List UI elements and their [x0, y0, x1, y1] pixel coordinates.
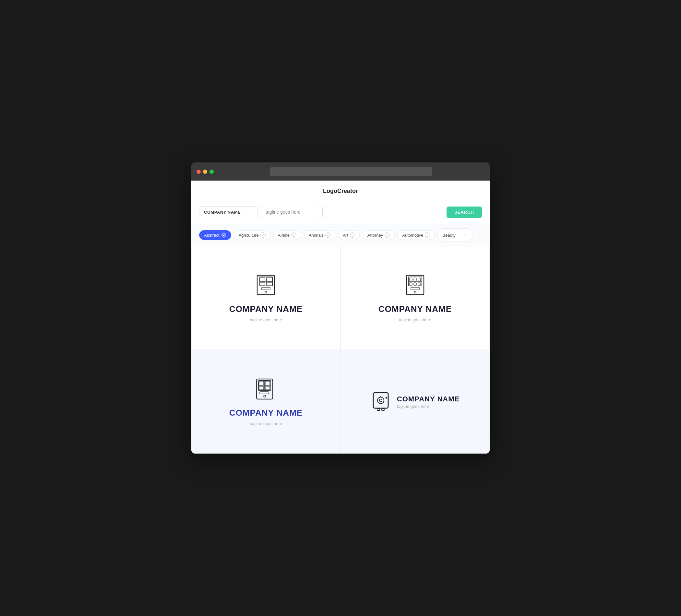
- svg-rect-15: [418, 278, 421, 281]
- svg-rect-18: [418, 283, 421, 285]
- svg-rect-10: [406, 275, 424, 295]
- address-bar: [270, 167, 432, 176]
- logo-card-1-inner: COMPANY NAME tagline goes here: [229, 274, 303, 322]
- vending-machine-icon-1: [255, 274, 277, 298]
- category-label: Automotive: [402, 233, 423, 238]
- traffic-lights: [197, 170, 214, 174]
- svg-rect-25: [259, 381, 263, 385]
- svg-rect-28: [265, 386, 270, 390]
- svg-rect-8: [262, 287, 270, 290]
- check-icon: ✓: [221, 232, 226, 238]
- svg-rect-6: [260, 282, 265, 285]
- category-agriculture[interactable]: Agriculture ✓: [234, 230, 271, 240]
- svg-rect-35: [377, 409, 380, 410]
- category-label: Attorney: [368, 233, 383, 238]
- logo-card-4[interactable]: COMPANY NAME tagline goes here: [340, 350, 490, 454]
- maximize-button[interactable]: [209, 170, 214, 174]
- company-name-input[interactable]: [199, 206, 257, 218]
- browser-titlebar: [191, 162, 490, 181]
- category-beauty[interactable]: Beauty →: [437, 228, 473, 242]
- logo-card-2[interactable]: COMPANY NAME tagline goes here: [340, 246, 490, 350]
- app-header: LogoCreator: [191, 181, 490, 200]
- svg-rect-17: [414, 283, 417, 285]
- category-label: Art: [343, 233, 348, 238]
- categories-bar: Abstract ✓ Agriculture ✓ Airline ✓ Anima…: [191, 224, 490, 246]
- svg-point-33: [379, 399, 382, 402]
- svg-rect-14: [414, 278, 417, 281]
- svg-point-32: [377, 397, 384, 404]
- logos-grid: COMPANY NAME tagline goes here: [191, 246, 490, 454]
- search-button[interactable]: SEARCH: [447, 207, 482, 218]
- check-icon: ✓: [385, 232, 390, 238]
- app-title: LogoCreator: [323, 188, 358, 194]
- logo-card-1[interactable]: COMPANY NAME tagline goes here: [191, 246, 340, 350]
- svg-rect-13: [409, 278, 412, 281]
- category-label: Animals: [309, 233, 324, 238]
- svg-rect-36: [382, 409, 384, 410]
- category-label: Agriculture: [239, 233, 259, 238]
- svg-rect-27: [259, 386, 263, 390]
- category-automotive[interactable]: Automotive ✓: [397, 230, 435, 240]
- check-icon: ✓: [425, 232, 430, 238]
- browser-window: LogoCreator SEARCH Abstract ✓ Agricultur…: [191, 162, 490, 454]
- logo-card-3[interactable]: COMPANY NAME tagline goes here: [191, 350, 340, 454]
- svg-point-30: [263, 395, 266, 397]
- category-art[interactable]: Art ✓: [338, 230, 360, 240]
- search-bar: SEARCH: [191, 200, 490, 224]
- category-label: Beauty: [442, 233, 455, 238]
- svg-rect-7: [267, 282, 272, 285]
- company-name-4: COMPANY NAME: [397, 395, 459, 403]
- svg-point-20: [414, 291, 416, 293]
- category-airline[interactable]: Airline ✓: [273, 230, 301, 240]
- svg-rect-19: [411, 287, 419, 290]
- svg-rect-4: [260, 278, 265, 281]
- logo-card-3-inner: COMPANY NAME tagline goes here: [229, 377, 303, 426]
- svg-point-37: [385, 397, 387, 399]
- svg-rect-16: [409, 283, 412, 285]
- tagline-3: tagline goes here: [250, 421, 282, 426]
- check-icon: ✓: [350, 232, 355, 238]
- keyword-input[interactable]: [322, 206, 443, 218]
- vending-machine-icon-2: [404, 274, 426, 298]
- logo-text-group-4: COMPANY NAME tagline goes here: [397, 395, 459, 409]
- category-label: Airline: [278, 233, 289, 238]
- logo-card-2-inner: COMPANY NAME tagline goes here: [378, 274, 452, 322]
- logo-card-4-inner: COMPANY NAME tagline goes here: [371, 391, 459, 413]
- company-name-1: COMPANY NAME: [229, 304, 303, 314]
- svg-rect-1: [259, 277, 273, 286]
- svg-rect-26: [265, 381, 270, 385]
- svg-rect-31: [373, 393, 388, 408]
- browser-content: LogoCreator SEARCH Abstract ✓ Agricultur…: [191, 181, 490, 454]
- check-icon: ✓: [325, 232, 330, 238]
- category-attorney[interactable]: Attorney ✓: [362, 230, 395, 240]
- tagline-input[interactable]: [261, 206, 319, 218]
- category-abstract[interactable]: Abstract ✓: [199, 230, 231, 240]
- next-categories-arrow[interactable]: →: [459, 231, 468, 239]
- svg-rect-29: [260, 392, 269, 394]
- tagline-1: tagline goes here: [250, 317, 282, 322]
- svg-rect-11: [408, 277, 422, 286]
- minimize-button[interactable]: [203, 170, 207, 174]
- category-label: Abstract: [204, 233, 220, 238]
- svg-point-9: [265, 291, 267, 293]
- company-name-2: COMPANY NAME: [378, 304, 452, 314]
- tagline-2: tagline goes here: [399, 317, 431, 322]
- company-name-3: COMPANY NAME: [229, 408, 303, 418]
- vending-machine-icon-3: [255, 377, 277, 401]
- svg-rect-5: [267, 278, 272, 281]
- check-icon: ✓: [260, 232, 266, 238]
- close-button[interactable]: [197, 170, 201, 174]
- category-animals[interactable]: Animals ✓: [304, 230, 335, 240]
- tagline-4: tagline goes here: [397, 404, 459, 409]
- safe-icon-4: [371, 391, 392, 413]
- check-icon: ✓: [291, 232, 296, 238]
